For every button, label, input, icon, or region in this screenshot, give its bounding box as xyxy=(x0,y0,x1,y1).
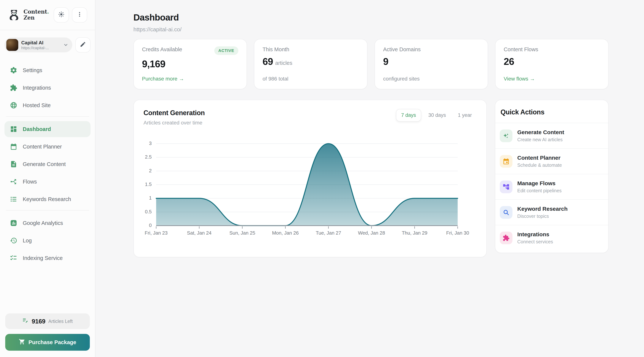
quick-action-title: Manage Flows xyxy=(517,180,562,186)
sidebar-item-content-planner[interactable]: Content Planner xyxy=(4,139,90,155)
view-flows-link[interactable]: View flows → xyxy=(504,76,535,82)
flow-nodes-icon xyxy=(500,180,512,193)
cart-icon xyxy=(19,338,25,346)
tab-1-year[interactable]: 1 year xyxy=(453,109,477,121)
chart-subtitle: Articles created over time xyxy=(144,120,205,126)
workspace-avatar xyxy=(6,39,18,51)
vertical-dots-icon xyxy=(76,11,83,19)
sidebar-divider xyxy=(6,210,89,210)
sidebar-item-indexing-service[interactable]: Indexing Service xyxy=(4,250,90,266)
sidebar-item-integrations[interactable]: Integrations xyxy=(4,80,90,96)
svg-text:Mon, Jan 26: Mon, Jan 26 xyxy=(272,230,299,236)
sidebar-item-hosted-site[interactable]: Hosted Site xyxy=(4,97,90,113)
sidebar-item-keywords-research[interactable]: Keywords Research xyxy=(4,191,90,207)
articles-left-count: 9169 xyxy=(32,318,45,325)
quick-action-subtitle: Discover topics xyxy=(517,214,568,219)
purchase-more-link[interactable]: Purchase more → xyxy=(142,76,184,82)
svg-text:Wed, Jan 28: Wed, Jan 28 xyxy=(358,230,385,236)
page-url: https://capital-ai.co/ xyxy=(134,26,644,32)
credits-value: 9,169 xyxy=(142,58,238,70)
svg-text:Sat, Jan 24: Sat, Jan 24 xyxy=(187,230,212,236)
area-chart: 00.511.522.53Fri, Jan 23Sat, Jan 24Sun, … xyxy=(144,138,477,238)
calendar-icon xyxy=(10,143,18,150)
quick-action-title: Integrations xyxy=(517,231,553,238)
flow-split-icon xyxy=(10,178,18,186)
bar-chart-icon xyxy=(10,219,18,227)
tab-7-days[interactable]: 7 days xyxy=(396,109,421,122)
panda-logo-icon xyxy=(8,9,20,20)
purchase-package-button[interactable]: Purchase Package xyxy=(5,334,90,351)
svg-text:0: 0 xyxy=(149,222,152,228)
sidebar-item-label: Generate Content xyxy=(23,161,66,167)
list-icon xyxy=(10,195,18,203)
svg-text:Sun, Jan 25: Sun, Jan 25 xyxy=(230,230,255,236)
credits-available-card: Credits Available ACTIVE 9,169 Purchase … xyxy=(134,39,247,89)
sidebar-item-label: Integrations xyxy=(23,85,51,91)
calendar-icon xyxy=(500,155,512,168)
quick-action-keyword-research[interactable]: Keyword Research Discover topics xyxy=(495,200,608,225)
content-flows-card: Content Flows 26 View flows → xyxy=(495,39,608,89)
quick-actions-title: Quick Actions xyxy=(500,108,544,116)
sidebar-item-generate-content[interactable]: Generate Content xyxy=(4,156,90,172)
svg-text:3: 3 xyxy=(149,140,152,146)
svg-text:1: 1 xyxy=(149,195,152,201)
svg-text:2: 2 xyxy=(149,168,152,174)
card-label: Credits Available xyxy=(142,46,182,52)
quick-action-subtitle: Schedule & automate xyxy=(517,162,562,168)
quick-action-manage-flows[interactable]: Manage Flows Edit content pipelines xyxy=(495,174,608,200)
sidebar: Content. Zen xyxy=(0,0,96,357)
svg-text:1.5: 1.5 xyxy=(145,182,152,187)
quick-action-content-planner[interactable]: Content Planner Schedule & automate xyxy=(495,149,608,174)
list-pencil-icon xyxy=(22,317,29,325)
pencil-icon xyxy=(80,41,86,49)
chart-title: Content Generation xyxy=(144,109,205,117)
sidebar-item-google-analytics[interactable]: Google Analytics xyxy=(4,215,90,231)
value-suffix: articles xyxy=(275,60,292,66)
sun-icon xyxy=(58,11,65,19)
theme-toggle-button[interactable] xyxy=(54,7,69,22)
tab-30-days[interactable]: 30 days xyxy=(423,109,451,121)
sidebar-item-flows[interactable]: Flows xyxy=(4,174,90,190)
sidebar-item-label: Log xyxy=(23,238,32,244)
quick-action-integrations[interactable]: Integrations Connect services xyxy=(495,225,608,253)
logo-green-dot: . xyxy=(47,8,49,15)
quick-action-subtitle: Connect services xyxy=(517,239,553,244)
globe-icon xyxy=(10,101,18,109)
stat-cards-row: Credits Available ACTIVE 9,169 Purchase … xyxy=(134,39,608,89)
total-articles-note: of 986 total xyxy=(262,76,288,82)
sidebar-item-dashboard[interactable]: Dashboard xyxy=(4,121,90,137)
history-icon xyxy=(10,237,18,244)
app-root: Content. Zen xyxy=(0,0,644,357)
sidebar-item-label: Dashboard xyxy=(23,126,51,132)
content-generation-chart-card: Content Generation Articles created over… xyxy=(134,100,487,257)
app-name: Content. Zen xyxy=(24,9,49,21)
more-menu-button[interactable] xyxy=(72,7,87,22)
edit-workspace-button[interactable] xyxy=(75,37,90,52)
quick-action-subtitle: Create new AI articles xyxy=(517,137,564,142)
puzzle-icon xyxy=(500,232,512,244)
svg-text:Fri, Jan 23: Fri, Jan 23 xyxy=(145,230,168,236)
sparkles-icon xyxy=(500,130,512,142)
svg-text:0.5: 0.5 xyxy=(145,209,152,214)
sidebar-item-label: Flows xyxy=(23,179,37,185)
quick-action-generate-content[interactable]: Generate Content Create new AI articles xyxy=(495,123,608,149)
checklist-icon xyxy=(10,254,18,262)
svg-text:2.5: 2.5 xyxy=(145,154,152,160)
workspace-selector[interactable]: Capital AI https://capital-... xyxy=(4,38,72,52)
quick-actions-panel: Quick Actions Generate Content Create ne… xyxy=(495,100,608,253)
page-title: Dashboard xyxy=(134,12,644,22)
sidebar-item-label: Indexing Service xyxy=(23,255,62,261)
card-label: Content Flows xyxy=(504,46,538,52)
logo-row: Content. Zen xyxy=(0,0,95,30)
gear-icon xyxy=(10,66,18,74)
sidebar-item-log[interactable]: Log xyxy=(4,232,90,248)
chart-range-tabs: 7 days 30 days 1 year xyxy=(396,109,477,122)
sidebar-item-settings[interactable]: Settings xyxy=(4,62,90,78)
workspace-row: Capital AI https://capital-... xyxy=(0,30,95,52)
sidebar-divider xyxy=(6,116,89,117)
purchase-package-label: Purchase Package xyxy=(28,339,76,346)
dashboard-grid-icon xyxy=(10,125,18,133)
quick-action-title: Keyword Research xyxy=(517,206,568,212)
main-content: Dashboard https://capital-ai.co/ Credits… xyxy=(96,0,644,357)
articles-left-label: Articles Left xyxy=(48,318,73,324)
